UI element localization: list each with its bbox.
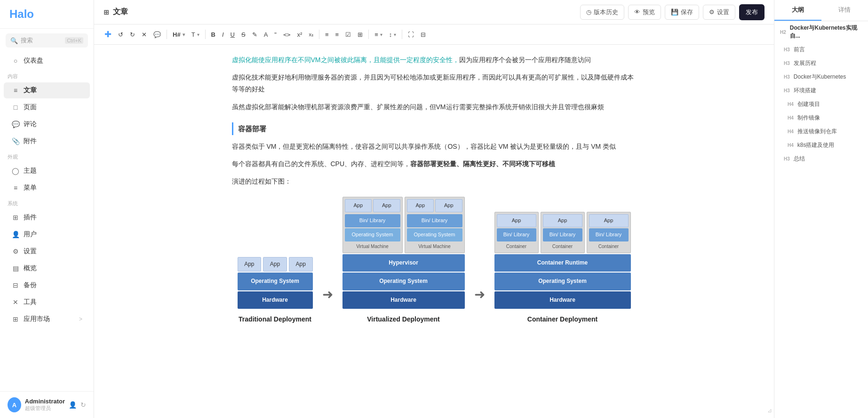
sidebar-item-themes[interactable]: ◯ 主题	[4, 163, 90, 179]
comment-button[interactable]: 💬	[151, 29, 164, 40]
sidebar-item-plugins[interactable]: ⊞ 插件	[4, 209, 90, 225]
virt-hardware: Hardware	[342, 291, 465, 309]
traditional-box: App App App Operating System Hardware	[238, 257, 313, 309]
outline-item-1[interactable]: H3 前言	[774, 43, 868, 56]
history-button[interactable]: ◷ 版本历史	[580, 5, 624, 20]
history-label: 版本历史	[594, 8, 618, 16]
outline-item-5[interactable]: H4 创建项目	[774, 97, 868, 111]
code-button[interactable]: <>	[280, 29, 294, 40]
container-label: Container Deployment	[527, 314, 597, 325]
overview-icon: ▤	[11, 265, 20, 272]
section-heading: 容器部署	[232, 122, 637, 135]
sidebar-item-label: 页面	[24, 103, 37, 112]
split-view-button[interactable]: ⊟	[418, 29, 429, 40]
outline-text-2: 发展历程	[794, 59, 816, 67]
sidebar-item-appmarket[interactable]: ⊞ 应用市场 >	[4, 311, 90, 327]
font-color-button[interactable]: A	[261, 29, 271, 40]
trad-app-3: App	[289, 257, 313, 272]
underline-button[interactable]: U	[228, 29, 238, 40]
tab-details[interactable]: 详情	[821, 0, 868, 21]
containers-row: App Bin/ Library Container App Bin/ Libr…	[494, 212, 631, 253]
page-title: ⊞ 文章	[104, 7, 128, 17]
dashboard-icon: ○	[11, 57, 20, 64]
italic-button[interactable]: I	[219, 29, 227, 40]
outline-item-4[interactable]: H3 环境搭建	[774, 84, 868, 97]
traditional-apps: App App App	[238, 257, 313, 272]
subscript-button[interactable]: x₂	[306, 30, 316, 40]
vm1-bin: Bin/ Library	[345, 214, 400, 227]
sidebar-item-articles[interactable]: ≡ 文章	[4, 82, 90, 98]
sidebar-item-attachments[interactable]: 📎 附件	[4, 133, 90, 149]
undo-button[interactable]: ↺	[115, 29, 126, 40]
heading-dropdown[interactable]: H#	[170, 29, 188, 40]
tools-icon: ✕	[11, 298, 20, 306]
publish-button[interactable]: 发布	[739, 4, 764, 20]
sidebar-item-tools[interactable]: ✕ 工具	[4, 294, 90, 310]
superscript-button[interactable]: x²	[295, 29, 305, 40]
users-icon: 👤	[11, 231, 20, 238]
settings-label: 设置	[717, 8, 729, 16]
search-bar[interactable]: 🔍 搜索 Ctrl+K	[6, 33, 88, 48]
sidebar-item-comments[interactable]: 💬 评论	[4, 116, 90, 132]
container-1: App Bin/ Library Container	[494, 212, 539, 253]
section-label-appearance: 外观	[0, 150, 94, 162]
sidebar-item-overview[interactable]: ▤ 概览	[4, 260, 90, 276]
deployment-diagram: App App App Operating System Hardware Tr…	[232, 197, 637, 325]
task-list-button[interactable]: ☑	[342, 29, 354, 40]
outline-item-9[interactable]: H3 总结	[774, 152, 868, 166]
trad-hardware: Hardware	[238, 291, 313, 309]
vm2-label: Virtual Machine	[407, 242, 462, 251]
bullet-list-button[interactable]: ≡	[322, 29, 332, 40]
outline-level-h3-2: H3	[784, 61, 790, 66]
preview-label: 预览	[643, 8, 655, 16]
topbar: ⊞ 文章 ◷ 版本历史 👁 预览 💾 保存 ⚙ 设置 发布	[94, 0, 774, 24]
preview-button[interactable]: 👁 预览	[628, 5, 661, 20]
highlight-button[interactable]: ✎	[249, 29, 260, 40]
sidebar-item-backup[interactable]: ⊟ 备份	[4, 277, 90, 293]
outline-text-5: 创建项目	[797, 100, 820, 108]
bold-button[interactable]: B	[208, 29, 218, 40]
sidebar-item-pages[interactable]: □ 页面	[4, 99, 90, 115]
container-hardware: Hardware	[494, 291, 631, 309]
clear-format-button[interactable]: ✕	[139, 29, 150, 40]
outline-item-7[interactable]: H4 推送镜像到仓库	[774, 125, 868, 138]
sidebar-item-settings[interactable]: ⚙ 设置	[4, 243, 90, 259]
settings-button[interactable]: ⚙ 设置	[703, 5, 735, 20]
text-style-dropdown[interactable]: T	[189, 29, 202, 40]
c1-app: App	[497, 214, 536, 227]
outline-item-2[interactable]: H3 发展历程	[774, 56, 868, 70]
vm-containers: App App Bin/ Library Operating System Vi…	[342, 197, 465, 253]
redo-button[interactable]: ↻	[127, 29, 138, 40]
editor-area[interactable]: 虚拟化能使应用程序在不同VM之间被彼此隔离，且能提供一定程度的安全性，因为应用程…	[94, 45, 774, 418]
sidebar-item-label: 应用市场	[24, 315, 50, 323]
insert-button[interactable]: ⊞	[355, 29, 366, 40]
outline-item-6[interactable]: H4 制作镜像	[774, 111, 868, 125]
sidebar-item-users[interactable]: 👤 用户	[4, 226, 90, 242]
menus-icon: ≡	[11, 184, 20, 192]
user-settings-icon[interactable]: 👤	[69, 401, 77, 409]
quote-button[interactable]: "	[271, 29, 279, 40]
paragraph-1: 虚拟化能使应用程序在不同VM之间被彼此隔离，且能提供一定程度的安全性，因为应用程…	[232, 54, 637, 66]
logout-icon[interactable]: ↻	[80, 401, 86, 409]
tab-outline[interactable]: 大纲	[774, 0, 821, 21]
fullscreen-button[interactable]: ⛶	[405, 29, 417, 40]
sidebar-item-label: 文章	[24, 86, 37, 95]
sidebar-item-label: 备份	[24, 281, 37, 289]
save-button[interactable]: 💾 保存	[665, 5, 699, 20]
outline-item-3[interactable]: H3 Docker与Kubernetes	[774, 70, 868, 84]
outline-level-h4-2: H4	[788, 115, 794, 121]
outline-item-8[interactable]: H4 k8s搭建及使用	[774, 138, 868, 152]
line-height-dropdown[interactable]: ↕	[386, 29, 399, 40]
outline-level-h2: H2	[780, 30, 786, 35]
outline-level-h3-4: H3	[784, 88, 790, 93]
outline-item-0[interactable]: H2 Docker与Kubernetes实现自...	[774, 21, 868, 43]
sidebar-item-label: 菜单	[24, 184, 37, 192]
sidebar-item-dashboard[interactable]: ○ 仪表盘	[4, 53, 90, 69]
comments-icon: 💬	[11, 121, 20, 128]
vm2-app1: App	[407, 199, 434, 212]
ordered-list-button[interactable]: ≡	[333, 29, 342, 40]
align-dropdown[interactable]: ≡	[372, 29, 385, 40]
strikethrough-button[interactable]: S	[239, 29, 248, 40]
add-button[interactable]: ✚	[102, 27, 114, 41]
sidebar-item-menus[interactable]: ≡ 菜单	[4, 180, 90, 196]
